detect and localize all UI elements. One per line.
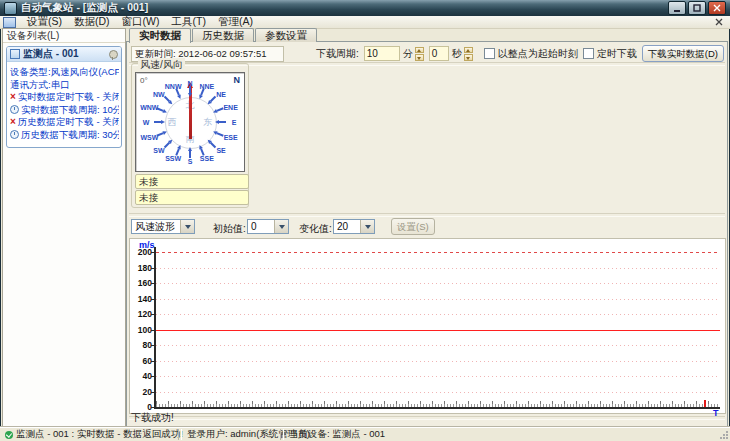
device-status-text: 监测点 - 001 : 实时数据 - 数据返回成功! xyxy=(16,428,183,441)
compass-arrow-head xyxy=(178,145,183,150)
gridline-20 xyxy=(156,392,720,393)
device-box: 监测点 - 001 设备类型:风速风向仪(ACFX-4)通讯方式:串口实时数据定… xyxy=(6,46,122,148)
y-tick-label: 20 xyxy=(130,387,152,397)
hour-align-label: 以整点为起始时刻 xyxy=(498,47,578,61)
clock-icon xyxy=(10,105,19,114)
minutes-spinner[interactable] xyxy=(415,47,424,61)
gridline-80 xyxy=(156,345,720,346)
compass-arrow-head xyxy=(177,95,182,100)
chevron-down-icon[interactable] xyxy=(180,220,194,233)
menu-item[interactable]: 设置(S) xyxy=(21,15,68,27)
compass-point-label: NE xyxy=(216,91,226,98)
seconds-input[interactable]: 0 xyxy=(429,46,449,61)
y-tick-label: 100 xyxy=(130,325,152,335)
y-tick-mark xyxy=(151,345,154,346)
compass: 北 南 西 东 0° N NNNENEENEEESESESSESSSWSWWSW… xyxy=(136,73,244,171)
change-value-label: 变化值: xyxy=(299,222,332,236)
realtime-data-panel: 更新时间: 2012-06-02 09:57:51 下载周期: 10 分 0 秒… xyxy=(126,41,728,428)
mdi-close-icon[interactable] xyxy=(715,18,723,26)
wind-angle-value: 0° xyxy=(140,76,148,85)
initial-value-select[interactable]: 0 xyxy=(247,219,289,234)
device-info-line: 设备类型:风速风向仪(ACFX-4) xyxy=(10,66,119,79)
y-tick-label: 180 xyxy=(130,263,152,273)
menu-item[interactable]: 工具(T) xyxy=(165,15,211,27)
device-list-panel: 设备列表(L) 监测点 - 001 设备类型:风速风向仪(ACFX-4)通讯方式… xyxy=(2,28,126,427)
compass-point-label: SW xyxy=(153,146,164,153)
device-box-header[interactable]: 监测点 - 001 xyxy=(7,47,121,62)
gridline-160 xyxy=(156,283,720,284)
checkbox-icon[interactable] xyxy=(484,48,495,59)
minimize-button[interactable] xyxy=(668,1,686,15)
initial-value: 0 xyxy=(251,221,257,232)
tab-参数设置[interactable]: 参数设置 xyxy=(255,28,317,42)
tab-历史数据[interactable]: 历史数据 xyxy=(192,28,254,42)
timed-download-label: 定时下载 xyxy=(597,47,637,61)
seconds-unit-label: 秒 xyxy=(452,47,462,61)
seconds-spinner[interactable] xyxy=(464,47,473,61)
hour-align-checkbox[interactable]: 以整点为起始时刻 xyxy=(484,47,578,61)
y-tick-mark xyxy=(151,252,154,253)
wind-readout-2: 未接 xyxy=(135,190,249,205)
x-axis-ruler-ticks xyxy=(156,401,720,407)
y-tick-label: 40 xyxy=(130,371,152,381)
device-info-text: 实时数据下载周期: 10分 0秒 xyxy=(21,104,119,117)
compass-point-label: SE xyxy=(216,146,225,153)
compass-box: 北 南 西 东 0° N NNNENEENEEESESESSESSSWSWWSW… xyxy=(135,72,245,172)
timed-download-checkbox[interactable]: 定时下载 xyxy=(583,47,637,61)
spin-down-icon[interactable] xyxy=(464,54,473,61)
minutes-input[interactable]: 10 xyxy=(364,46,400,61)
checkbox-icon[interactable] xyxy=(583,48,594,59)
compass-point-label: ESE xyxy=(224,133,238,140)
time-cursor-mark xyxy=(704,400,706,407)
chart-plot: m/s T 020406080100120140160180200 xyxy=(130,239,725,413)
gridline-40 xyxy=(156,376,720,377)
close-button[interactable] xyxy=(708,1,726,15)
mdi-child-icon[interactable] xyxy=(3,17,16,28)
y-tick-mark xyxy=(151,314,154,315)
device-info-line: 实时数据下载周期: 10分 0秒 xyxy=(10,104,119,117)
compass-point-label: E xyxy=(232,119,237,126)
pin-icon[interactable] xyxy=(109,50,118,59)
status-separator xyxy=(129,416,725,420)
gridline-100 xyxy=(156,330,720,331)
compass-point-label: ENE xyxy=(223,104,237,111)
tab-实时数据[interactable]: 实时数据 xyxy=(129,28,191,43)
device-info-lines: 设备类型:风速风向仪(ACFX-4)通讯方式:串口实时数据定时下载 - 关闭实时… xyxy=(7,62,121,147)
y-tick-mark xyxy=(151,330,154,331)
download-realtime-button[interactable]: 下载实时数据(D) xyxy=(642,45,724,62)
y-tick-mark xyxy=(151,299,154,300)
compass-point-label: S xyxy=(188,158,193,165)
change-value-select[interactable]: 20 xyxy=(333,219,375,234)
device-icon xyxy=(10,49,20,59)
app-icon xyxy=(4,2,17,15)
clock-icon xyxy=(10,130,19,139)
device-list-header: 设备列表(L) xyxy=(3,29,125,43)
resize-grip[interactable] xyxy=(719,430,729,440)
download-period-label: 下载周期: xyxy=(316,47,359,61)
chevron-down-icon[interactable] xyxy=(360,220,374,233)
spin-up-icon[interactable] xyxy=(464,47,473,54)
device-info-text: 历史数据下载周期: 30分 0秒 xyxy=(21,129,119,142)
spin-up-icon[interactable] xyxy=(415,47,424,54)
y-tick-mark xyxy=(151,283,154,284)
set-button[interactable]: 设置(S) xyxy=(391,218,435,235)
chevron-down-icon[interactable] xyxy=(274,220,288,233)
change-value: 20 xyxy=(337,221,348,232)
gridline-200 xyxy=(156,252,720,253)
section-separator xyxy=(129,213,725,217)
menu-item[interactable]: 窗口(W) xyxy=(116,15,166,27)
menu-item[interactable]: 数据(D) xyxy=(68,15,116,27)
compass-point-label: WNW xyxy=(140,104,158,111)
device-info-line: 历史数据下载周期: 30分 0秒 xyxy=(10,129,119,142)
spin-down-icon[interactable] xyxy=(415,54,424,61)
y-tick-mark xyxy=(151,392,154,393)
window-title: 自动气象站 - [监测点 - 001] xyxy=(21,1,148,15)
gridline-120 xyxy=(156,314,720,315)
y-tick-mark xyxy=(151,407,154,408)
application-window: 自动气象站 - [监测点 - 001] 设置(S)数据(D)窗口(W)工具(T)… xyxy=(0,0,730,441)
menu-item[interactable]: 管理(A) xyxy=(212,15,259,27)
tab-strip: 实时数据历史数据参数设置 xyxy=(129,28,317,42)
maximize-button[interactable] xyxy=(688,1,706,15)
waveform-select[interactable]: 风速波形 xyxy=(131,219,195,234)
y-tick-label: 120 xyxy=(130,309,152,319)
